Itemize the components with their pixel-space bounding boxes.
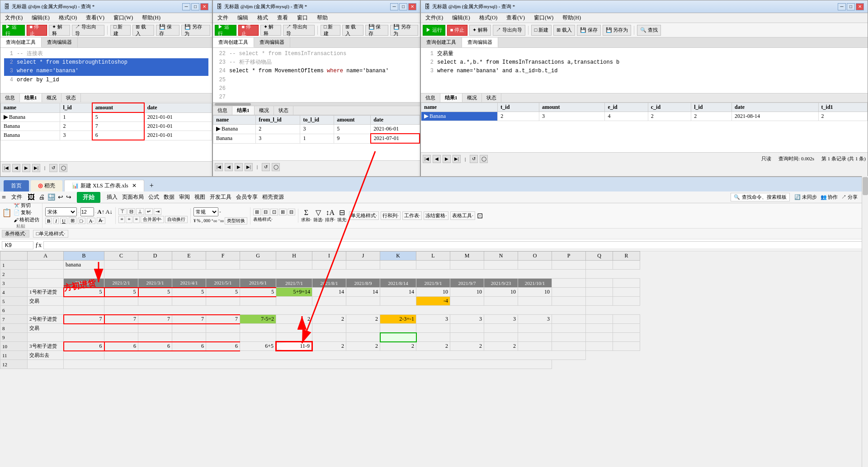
menu-format-2[interactable]: 格式 — [255, 14, 271, 22]
close-btn-2[interactable]: ✕ — [408, 3, 416, 10]
menu-edit-1[interactable]: 编辑(E) — [29, 14, 52, 22]
menu-help-3[interactable]: 帮助(H) — [560, 14, 584, 22]
cell-C5[interactable] — [104, 297, 138, 306]
menu-view-1[interactable]: 查看(V) — [83, 14, 107, 22]
nav-next-2[interactable]: ▶ — [235, 163, 243, 171]
cell-A6[interactable] — [28, 306, 64, 315]
cell-J3[interactable]: 2021/8/9 — [346, 279, 380, 288]
cell-N8[interactable] — [484, 324, 518, 333]
result1-tab-2[interactable]: 结果1 — [232, 106, 255, 115]
align-bot-btn[interactable]: ⊥ — [136, 208, 144, 215]
nav-last-1[interactable]: ▶| — [32, 164, 40, 172]
col-F[interactable]: F — [206, 252, 240, 261]
more-tools-btn[interactable]: ⊡ — [477, 211, 483, 220]
info-tab-1[interactable]: 信息 — [0, 93, 20, 102]
cell-P8[interactable] — [552, 324, 586, 333]
col-H[interactable]: H — [276, 252, 312, 261]
cell-G10[interactable]: 6+5 — [240, 342, 276, 351]
cell-G1[interactable] — [240, 261, 276, 270]
cell-K10[interactable]: 2 — [380, 342, 416, 351]
cell-C7[interactable]: 7 — [104, 315, 138, 324]
cell-F3[interactable]: 2021/5/1 — [206, 279, 240, 288]
cell-E8[interactable] — [172, 324, 206, 333]
saveas-btn-3[interactable]: 💾 另存为 — [603, 25, 632, 36]
tab-daoke[interactable]: ◎稻壳 — [31, 180, 62, 191]
cell-I4[interactable]: 14 — [312, 288, 346, 297]
cell-L4[interactable]: 10 — [416, 288, 450, 297]
scrollbar-thumb[interactable] — [863, 177, 868, 195]
cell-C1[interactable] — [104, 261, 138, 270]
nav-refresh-2[interactable]: ↺ — [262, 163, 270, 171]
cell-E4[interactable]: 5 — [172, 288, 206, 297]
sql-editor-3[interactable]: 1交易量 2select a.*,b.* from ItemsInTransac… — [421, 48, 868, 93]
cell-O9[interactable] — [518, 333, 552, 342]
cell-A4[interactable]: 1号柜子进货 — [28, 288, 64, 297]
cell-K5[interactable] — [380, 297, 416, 306]
maximize-btn-3[interactable]: □ — [847, 3, 855, 10]
col-K[interactable]: K — [380, 252, 416, 261]
info-tab-2[interactable]: 信息 — [213, 106, 232, 115]
cell-A2[interactable] — [28, 270, 64, 279]
cell-P9[interactable] — [552, 333, 586, 342]
nav-stop-1[interactable]: ◯ — [59, 164, 67, 172]
query-editor-tab-1[interactable]: 查询编辑器 — [42, 37, 78, 47]
nav-stop-2[interactable]: ◯ — [272, 163, 280, 171]
freeze-btn[interactable]: 冻结窗格· — [424, 211, 448, 220]
cell-N10[interactable]: 2 — [484, 342, 518, 351]
status-tab-1[interactable]: 状态 — [61, 93, 81, 102]
cell-P5[interactable] — [552, 297, 586, 306]
cell-Q8[interactable] — [586, 324, 613, 333]
menu-format-3[interactable]: 格式(O) — [476, 14, 500, 22]
collab-icon[interactable]: 👥 协作 — [821, 194, 838, 201]
cell-M10[interactable]: 2 — [450, 342, 484, 351]
new-btn-3[interactable]: □ 新建 — [531, 25, 552, 36]
sql-editor-2[interactable]: 22-- select * from ItemsInTransactions 2… — [213, 48, 420, 102]
cell-Q4[interactable] — [586, 288, 613, 297]
cell-N3[interactable]: 2021/9/23 — [484, 279, 518, 288]
nav-next-1[interactable]: ▶ — [22, 164, 30, 172]
minimize-btn-2[interactable]: ─ — [390, 3, 398, 10]
table-icon-4[interactable]: ⊞ — [279, 209, 287, 215]
cell-C10[interactable]: 6 — [104, 342, 138, 351]
cell-Q3[interactable] — [586, 279, 613, 288]
nav-first-3[interactable]: |◀ — [423, 155, 431, 163]
cell-rest-6[interactable] — [104, 306, 586, 315]
nav-first-2[interactable]: |◀ — [215, 163, 223, 171]
col-A[interactable]: A — [28, 252, 64, 261]
cell-R4[interactable] — [613, 288, 640, 297]
menu-edit-2[interactable]: 编辑 — [235, 14, 251, 22]
cell-I9[interactable] — [312, 333, 346, 342]
nav-prev-3[interactable]: ◀ — [433, 155, 441, 163]
cell-O10[interactable] — [518, 342, 552, 351]
add-tab-btn[interactable]: + — [146, 180, 157, 191]
col-N[interactable]: N — [484, 252, 518, 261]
nav-prev-1[interactable]: ◀ — [12, 164, 20, 172]
cell-L10[interactable]: 2 — [416, 342, 450, 351]
cell-A7[interactable]: 2号柜子进货 — [28, 315, 64, 324]
overview-tab-3[interactable]: 概况 — [462, 93, 482, 102]
cell-D1[interactable] — [138, 261, 172, 270]
cell-G8[interactable] — [240, 324, 276, 333]
query-builder-tab-2[interactable]: 查询创建工具 — [213, 37, 254, 47]
cell-G7[interactable]: 7-5=2 — [240, 315, 276, 324]
table-icon-1[interactable]: ⊞ — [253, 209, 261, 215]
cell-I1[interactable] — [312, 261, 346, 270]
excel-ribbon-review[interactable]: 审阅 — [179, 193, 190, 201]
cell-O7[interactable]: 3 — [518, 315, 552, 324]
cell-L9[interactable] — [416, 333, 450, 342]
excel-ribbon-layout[interactable]: 页面布局 — [122, 193, 144, 201]
save-btn-1[interactable]: 💾 保存 — [156, 25, 180, 36]
scrollbar-vertical-excel[interactable] — [862, 176, 868, 467]
cell-B10[interactable]: 6 — [64, 342, 104, 351]
menu-format-1[interactable]: 格式(O) — [56, 14, 80, 22]
cell-B6[interactable] — [64, 306, 104, 315]
cell-D10[interactable]: 6 — [138, 342, 172, 351]
cell-C2-rest[interactable] — [104, 270, 586, 279]
maximize-btn-1[interactable]: □ — [191, 3, 199, 10]
nav-stop-3[interactable]: ◯ — [480, 155, 488, 163]
cell-L1[interactable] — [416, 261, 450, 270]
cell-L8[interactable] — [416, 324, 450, 333]
menu-file-1[interactable]: 文件(E) — [2, 14, 25, 22]
cell-E7[interactable]: 7 — [172, 315, 206, 324]
col-P[interactable]: P — [552, 252, 586, 261]
